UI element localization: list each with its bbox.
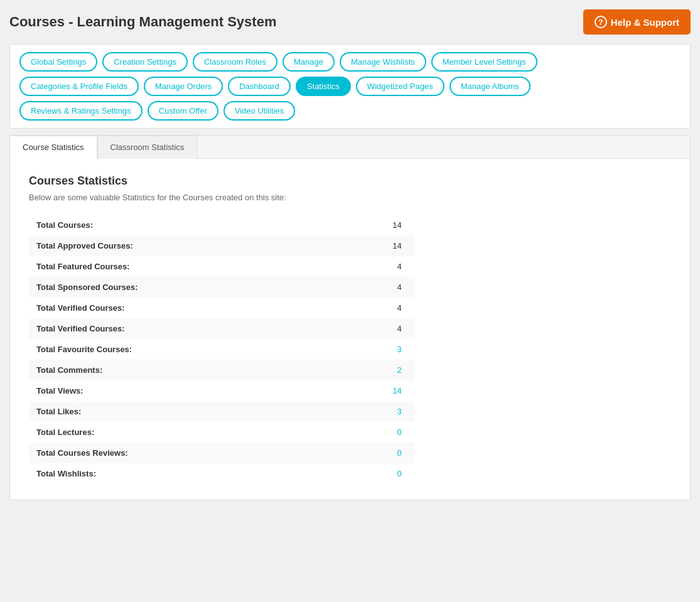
nav-btn-video-utilities[interactable]: Video Utilities — [223, 101, 296, 121]
stats-panel: Courses Statistics Below are some valuab… — [10, 159, 690, 500]
table-row: Total Comments:2 — [29, 360, 414, 380]
stat-value: 14 — [318, 235, 414, 256]
table-row: Total Likes:3 — [29, 401, 414, 422]
table-row: Total Verified Courses:4 — [29, 318, 414, 339]
table-row: Total Courses Reviews:0 — [29, 443, 414, 463]
stat-label: Total Favourite Courses: — [29, 339, 318, 360]
content-area: Course StatisticsClassroom Statistics Co… — [9, 135, 691, 500]
table-row: Total Featured Courses:4 — [29, 256, 414, 277]
help-button-label: Help & Support — [611, 17, 679, 28]
stat-value[interactable]: 0 — [318, 443, 414, 463]
stat-value[interactable]: 3 — [318, 339, 414, 360]
stat-label: Total Verified Courses: — [29, 318, 318, 339]
stats-table: Total Courses:14Total Approved Courses:1… — [29, 215, 414, 484]
stat-label: Total Featured Courses: — [29, 256, 318, 277]
nav-btn-dashboard[interactable]: Dashboard — [228, 77, 291, 96]
stat-value[interactable]: 14 — [318, 380, 414, 401]
nav-btn-classroom-roles[interactable]: Classroom Roles — [193, 52, 277, 72]
stat-label: Total Lectures: — [29, 422, 318, 443]
stat-value: 4 — [318, 256, 414, 277]
nav-row-1: Global SettingsCreation SettingsClassroo… — [19, 52, 681, 72]
tab-course-statistics[interactable]: Course Statistics — [10, 136, 97, 159]
stat-value[interactable]: 0 — [318, 463, 414, 484]
stat-label: Total Verified Courses: — [29, 298, 318, 318]
nav-btn-statistics[interactable]: Statistics — [296, 77, 351, 96]
stat-label: Total Comments: — [29, 360, 318, 380]
page-title: Courses - Learning Management System — [9, 14, 276, 30]
tabs-header: Course StatisticsClassroom Statistics — [10, 136, 690, 159]
stat-value[interactable]: 2 — [318, 360, 414, 380]
table-row: Total Sponsored Courses:4 — [29, 277, 414, 298]
nav-container: Global SettingsCreation SettingsClassroo… — [9, 44, 691, 129]
stat-label: Total Sponsored Courses: — [29, 277, 318, 298]
nav-btn-manage-albums[interactable]: Manage Albums — [450, 77, 530, 96]
stat-label: Total Wishlists: — [29, 463, 318, 484]
nav-btn-global-settings[interactable]: Global Settings — [19, 52, 97, 72]
tab-classroom-statistics[interactable]: Classroom Statistics — [97, 136, 198, 159]
question-icon: ? — [595, 16, 607, 28]
nav-btn-categories--profile-fields[interactable]: Categories & Profile Fields — [19, 77, 139, 96]
stat-value: 4 — [318, 298, 414, 318]
stat-value: 14 — [318, 215, 414, 235]
nav-btn-manage-wishlists[interactable]: Manage Wishlists — [340, 52, 426, 72]
table-row: Total Views:14 — [29, 380, 414, 401]
nav-btn-manage-orders[interactable]: Manage Orders — [144, 77, 223, 96]
nav-btn-manage[interactable]: Manage — [283, 52, 335, 72]
stats-title: Courses Statistics — [29, 175, 671, 188]
stat-label: Total Courses Reviews: — [29, 443, 318, 463]
stats-subtitle: Below are some valuable Statistics for t… — [29, 193, 671, 202]
nav-btn-creation-settings[interactable]: Creation Settings — [102, 52, 188, 72]
stat-label: Total Views: — [29, 380, 318, 401]
stat-value: 4 — [318, 277, 414, 298]
stat-value[interactable]: 3 — [318, 401, 414, 422]
header: Courses - Learning Management System ? H… — [9, 9, 691, 35]
stat-label: Total Courses: — [29, 215, 318, 235]
nav-row-2: Categories & Profile FieldsManage Orders… — [19, 77, 681, 96]
stat-label: Total Approved Courses: — [29, 235, 318, 256]
nav-btn-member-level-settings[interactable]: Member Level Settings — [431, 52, 537, 72]
table-row: Total Lectures:0 — [29, 422, 414, 443]
nav-btn-reviews--ratings-settings[interactable]: Reviews & Ratings Settings — [19, 101, 143, 121]
help-support-button[interactable]: ? Help & Support — [583, 9, 691, 35]
table-row: Total Wishlists:0 — [29, 463, 414, 484]
table-row: Total Favourite Courses:3 — [29, 339, 414, 360]
nav-btn-widgetized-pages[interactable]: Widgetized Pages — [356, 77, 444, 96]
nav-row-3: Reviews & Ratings SettingsCustom OfferVi… — [19, 101, 681, 121]
nav-btn-custom-offer[interactable]: Custom Offer — [148, 101, 218, 121]
table-row: Total Courses:14 — [29, 215, 414, 235]
stat-value[interactable]: 0 — [318, 422, 414, 443]
page-wrapper: Courses - Learning Management System ? H… — [0, 0, 700, 602]
table-row: Total Approved Courses:14 — [29, 235, 414, 256]
stat-label: Total Likes: — [29, 401, 318, 422]
table-row: Total Verified Courses:4 — [29, 298, 414, 318]
stat-value: 4 — [318, 318, 414, 339]
